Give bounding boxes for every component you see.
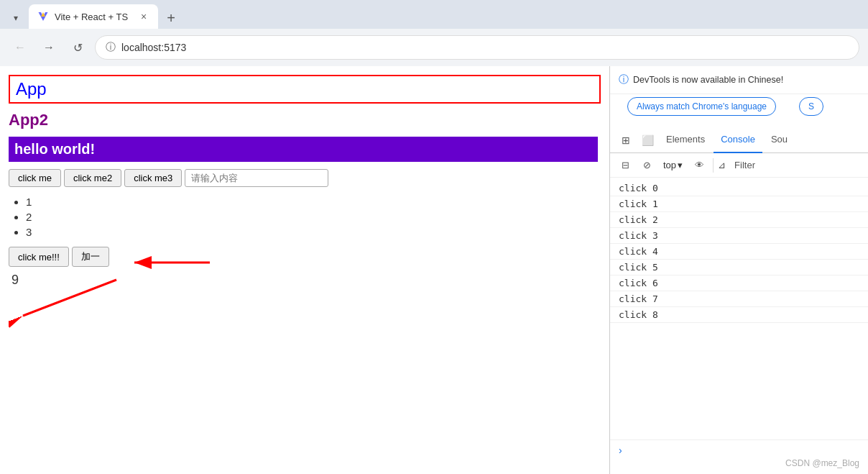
security-icon: ⓘ bbox=[106, 41, 116, 54]
tab-close-button[interactable]: × bbox=[138, 11, 149, 22]
clear-console-icon[interactable]: ⊘ bbox=[637, 156, 656, 175]
nav-bar: ← → ↺ ⓘ localhost:5173 bbox=[0, 29, 868, 66]
console-text: click 3 bbox=[619, 230, 658, 241]
new-tab-button[interactable]: + bbox=[161, 7, 181, 29]
console-output: click 0 click 1 click 2 click 3 click 4 … bbox=[610, 178, 868, 439]
console-line-2: click 2 bbox=[610, 212, 868, 228]
context-chevron-icon: ▾ bbox=[678, 160, 683, 170]
devtools-toolbar: ⊟ ⊘ top ▾ 👁 ⊿ Filter bbox=[610, 153, 868, 178]
console-text: click 1 bbox=[619, 199, 658, 209]
back-button[interactable]: ← bbox=[9, 36, 32, 59]
console-footer: › bbox=[610, 439, 868, 460]
app2-heading: App2 bbox=[9, 108, 601, 132]
reload-button[interactable]: ↺ bbox=[66, 36, 89, 59]
page-content: App App2 hello world! click me click me2… bbox=[0, 66, 609, 474]
switch-language-button[interactable]: S bbox=[799, 97, 823, 116]
list-item: 3 bbox=[26, 226, 601, 238]
devtools-notification: ⓘ DevTools is now available in Chinese! bbox=[610, 66, 868, 94]
vite-favicon bbox=[37, 11, 49, 22]
tab-sources[interactable]: Sou bbox=[764, 127, 795, 153]
tab-elements[interactable]: Elements bbox=[659, 127, 712, 153]
buttons-row: click me click me2 click me3 bbox=[9, 169, 601, 187]
match-language-button[interactable]: Always match Chrome's language bbox=[627, 97, 776, 116]
console-line-0: click 0 bbox=[610, 181, 868, 196]
tab-dropdown[interactable]: ▾ bbox=[6, 7, 26, 29]
devtools-tabs: ⊞ ⬜ Elements Console Sou bbox=[610, 127, 868, 153]
click-me-button[interactable]: click me bbox=[9, 169, 61, 187]
devtools-mobile-icon[interactable]: ⬜ bbox=[637, 130, 657, 150]
toolbar-divider bbox=[713, 158, 714, 173]
console-text: click 0 bbox=[619, 183, 658, 193]
tab-console[interactable]: Console bbox=[714, 127, 762, 153]
eye-icon[interactable]: 👁 bbox=[690, 156, 708, 175]
console-line-1: click 1 bbox=[610, 196, 868, 212]
info-icon: ⓘ bbox=[619, 73, 629, 86]
list-item: 1 bbox=[26, 196, 601, 208]
console-line-6: click 6 bbox=[610, 275, 868, 291]
console-line-4: click 4 bbox=[610, 244, 868, 260]
csdn-watermark: CSDN @mez_Blog bbox=[785, 458, 859, 468]
notification-text: DevTools is now available in Chinese! bbox=[633, 75, 783, 85]
devtools-cursor-icon[interactable]: ⊞ bbox=[616, 130, 636, 150]
app-heading: App bbox=[9, 75, 601, 104]
browser-tab[interactable]: Vite + React + TS × bbox=[29, 4, 158, 29]
click-me-exclaim-button[interactable]: click me!!! bbox=[9, 247, 69, 267]
context-selector[interactable]: top ▾ bbox=[659, 158, 687, 172]
console-text: click 5 bbox=[619, 262, 658, 273]
click-me3-button[interactable]: click me3 bbox=[124, 169, 182, 187]
context-label: top bbox=[663, 160, 676, 170]
items-list: 1 2 3 bbox=[26, 196, 601, 238]
text-input[interactable] bbox=[185, 169, 328, 187]
hello-world-text: hello world! bbox=[9, 137, 598, 162]
list-item: 2 bbox=[26, 211, 601, 223]
console-line-7: click 7 bbox=[610, 291, 868, 307]
click-me2-button[interactable]: click me2 bbox=[64, 169, 121, 187]
sidebar-toggle-icon[interactable]: ⊟ bbox=[616, 156, 634, 175]
devtools-panel: ⓘ DevTools is now available in Chinese! … bbox=[609, 66, 868, 474]
filter-label[interactable]: Filter bbox=[729, 158, 761, 172]
console-text: click 8 bbox=[619, 309, 658, 320]
arrow-decoration-2 bbox=[9, 273, 152, 337]
tab-title: Vite + React + TS bbox=[55, 12, 132, 22]
console-line-5: click 5 bbox=[610, 260, 868, 275]
console-line-3: click 3 bbox=[610, 228, 868, 244]
console-chevron-icon[interactable]: › bbox=[619, 445, 622, 456]
forward-button[interactable]: → bbox=[37, 36, 60, 59]
console-line-8: click 8 bbox=[610, 307, 868, 323]
filter-icon: ⊿ bbox=[718, 160, 726, 170]
svg-line-3 bbox=[23, 280, 116, 316]
console-text: click 4 bbox=[619, 246, 658, 257]
console-text: click 6 bbox=[619, 278, 658, 288]
address-bar[interactable]: ⓘ localhost:5173 bbox=[95, 35, 859, 60]
console-text: click 7 bbox=[619, 293, 658, 304]
console-text: click 2 bbox=[619, 214, 658, 225]
address-text: localhost:5173 bbox=[121, 42, 849, 53]
